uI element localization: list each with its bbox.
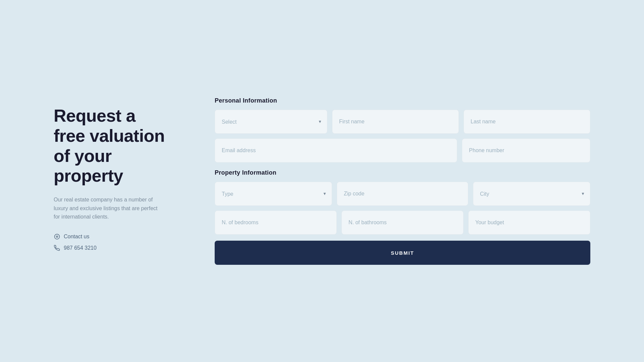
left-panel: Request a free valuation of your propert…	[54, 106, 195, 256]
property-section: Property Information Type House Apartmen…	[215, 169, 590, 265]
property-row-1: Type House Apartment Villa Commercial ▼ …	[215, 182, 590, 206]
contact-icon	[54, 233, 60, 240]
bedrooms-input[interactable]	[215, 210, 337, 235]
right-panel: Personal Information Select Mr. Mrs. Ms.…	[195, 97, 590, 265]
contact-row	[215, 138, 590, 163]
page-container: Request a free valuation of your propert…	[0, 0, 644, 362]
svg-point-0	[55, 234, 60, 239]
svg-point-1	[56, 236, 58, 238]
contact-label: Contact us	[64, 234, 89, 240]
salutation-select-wrapper: Select Mr. Mrs. Ms. Dr. ▼	[215, 110, 327, 134]
page-title: Request a free valuation of your propert…	[54, 106, 168, 186]
email-input[interactable]	[215, 138, 457, 163]
zip-input[interactable]	[337, 182, 468, 206]
subtitle-text: Our real estate company has a number of …	[54, 195, 161, 221]
city-select-wrapper: City New York London Paris Dubai ▼	[473, 182, 590, 206]
name-row: Select Mr. Mrs. Ms. Dr. ▼	[215, 110, 590, 134]
submit-button[interactable]: SUBMIT	[215, 241, 590, 265]
phone-icon	[54, 245, 60, 251]
type-select[interactable]: Type House Apartment Villa Commercial	[215, 182, 332, 206]
personal-section: Personal Information Select Mr. Mrs. Ms.…	[215, 97, 590, 163]
property-row-2	[215, 210, 590, 235]
last-name-input[interactable]	[464, 110, 590, 134]
phone-label: 987 654 3210	[64, 245, 97, 251]
city-select[interactable]: City New York London Paris Dubai	[473, 182, 590, 206]
personal-section-title: Personal Information	[215, 97, 590, 104]
budget-input[interactable]	[468, 210, 590, 235]
salutation-select[interactable]: Select Mr. Mrs. Ms. Dr.	[215, 110, 327, 134]
first-name-input[interactable]	[332, 110, 459, 134]
property-section-title: Property Information	[215, 169, 590, 176]
contact-us-item[interactable]: Contact us	[54, 233, 168, 240]
type-select-wrapper: Type House Apartment Villa Commercial ▼	[215, 182, 332, 206]
bathrooms-input[interactable]	[341, 210, 464, 235]
phone-item[interactable]: 987 654 3210	[54, 245, 168, 251]
phone-input[interactable]	[462, 138, 590, 163]
